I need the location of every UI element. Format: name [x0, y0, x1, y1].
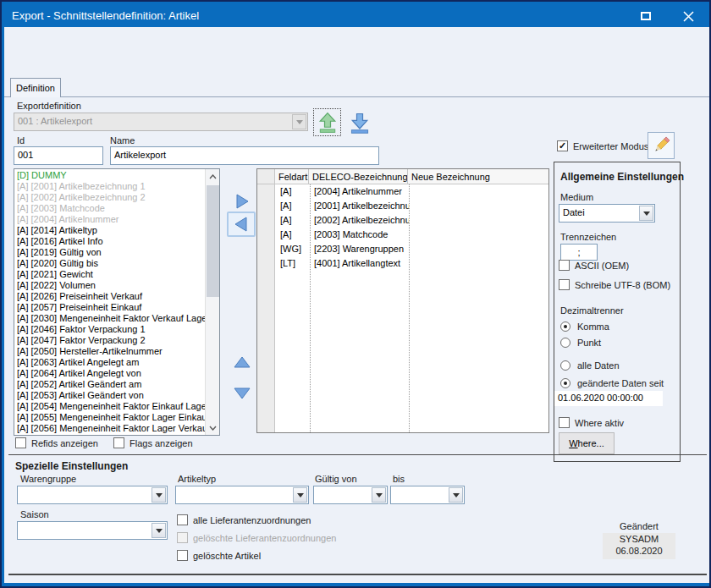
list-item[interactable]: [A] [2020] Gültig bis: [14, 258, 205, 269]
utf8-bom-checkbox[interactable]: [559, 279, 570, 290]
move-down-button[interactable]: [232, 387, 252, 400]
geloeschte-artikel-checkbox[interactable]: [177, 550, 188, 561]
arrow-right-icon: [234, 194, 250, 209]
bis-combo[interactable]: [390, 486, 465, 504]
gueltig-von-dropdown-button[interactable]: [372, 487, 386, 503]
saison-combo[interactable]: [17, 521, 168, 540]
move-left-button[interactable]: [227, 212, 256, 237]
move-right-button[interactable]: [232, 193, 252, 210]
alle-lieferanten-checkbox[interactable]: [177, 514, 188, 525]
list-item[interactable]: [A] [2014] Artikeltyp: [14, 225, 205, 236]
table-row[interactable]: [WG] [2203] Warengruppen: [276, 242, 548, 256]
warengruppe-dropdown-button[interactable]: [152, 487, 166, 503]
cell-feldart: [A]: [276, 213, 310, 228]
field-listbox[interactable]: [D] DUMMY [A] [2001] Artikelbezeichnung …: [14, 168, 220, 436]
column-feldart[interactable]: Feldart: [275, 169, 309, 184]
geaenderte-daten-radio[interactable]: [560, 378, 570, 388]
column-deleco-bezeichnung[interactable]: DELECO-Bezeichnung: [309, 169, 408, 184]
move-up-button[interactable]: [232, 355, 252, 369]
list-item[interactable]: [D] DUMMY: [14, 170, 205, 181]
list-item[interactable]: [A] [2063] Artikel Angelegt am: [14, 357, 205, 368]
maximize-button[interactable]: [630, 5, 662, 27]
list-item[interactable]: [A] [2019] Gültig von: [14, 247, 205, 258]
gueltig-von-combo[interactable]: [313, 486, 388, 504]
where-button[interactable]: Where...: [559, 432, 615, 454]
medium-dropdown-button[interactable]: [639, 206, 653, 221]
scroll-up-icon[interactable]: [206, 169, 220, 184]
table-row[interactable]: [A] [2004] Artikelnummer: [276, 184, 548, 199]
where-button-rest: here...: [578, 438, 604, 448]
cell-feldart: [LT]: [276, 256, 310, 271]
refids-anzeigen-checkbox[interactable]: [15, 437, 26, 448]
upload-definition-button[interactable]: [313, 108, 341, 136]
exportdefinition-label: Exportdefinition: [17, 101, 81, 111]
list-item[interactable]: [A] [2001] Artikelbezeichnung 1: [14, 181, 205, 192]
punkt-label: Punkt: [577, 338, 601, 348]
where-button-prefix: W: [569, 438, 577, 448]
list-item[interactable]: [A] [2055] Mengeneinheit Faktor Lager Ei…: [14, 412, 205, 423]
punkt-radio[interactable]: [560, 338, 570, 348]
ascii-oem-checkbox[interactable]: [559, 260, 570, 271]
column-neue-bezeichnung[interactable]: Neue Bezeichnung: [408, 169, 548, 184]
list-item[interactable]: [A] [2047] Faktor Verpackung 2: [14, 335, 205, 346]
modified-user: SYSADM: [603, 533, 675, 545]
trennzeichen-input[interactable]: ;: [560, 244, 598, 261]
table-body: [A] [2004] Artikelnummer [A] [2001] Arti…: [276, 184, 548, 432]
komma-radio[interactable]: [560, 321, 570, 332]
edit-definition-button[interactable]: [648, 132, 675, 159]
where-aktiv-checkbox[interactable]: [559, 417, 570, 428]
selected-fields-table[interactable]: Feldart DELECO-Bezeichnung Neue Bezeichn…: [256, 168, 549, 433]
warengruppe-combo[interactable]: [17, 486, 168, 504]
where-aktiv-label: Where aktiv: [575, 418, 624, 428]
list-item[interactable]: [A] [2053] Artikel Geändert von: [14, 390, 205, 401]
titlebar[interactable]: Export - Schnittstellendefinition: Artik…: [3, 3, 708, 27]
list-item[interactable]: [A] [2004] Artikelnummer: [14, 214, 205, 225]
list-item[interactable]: [A] [2002] Artikelbezeichnung 2: [14, 192, 205, 203]
list-item[interactable]: [A] [2003] Matchcode: [14, 203, 205, 214]
id-input[interactable]: 001: [14, 146, 103, 165]
artikeltyp-combo[interactable]: [175, 486, 309, 504]
list-item[interactable]: [A] [2022] Volumen: [14, 280, 205, 291]
list-item[interactable]: [A] [2030] Mengeneinheit Faktor Verkauf …: [14, 313, 205, 324]
list-item[interactable]: [A] [2056] Mengeneinheit Faktor Lager Ve…: [14, 423, 205, 434]
list-item[interactable]: [A] [2021] Gewicht: [14, 269, 205, 280]
seit-date-input[interactable]: 01.06.2020 00:00:00: [554, 391, 663, 406]
erweiterter-modus-checkbox[interactable]: [557, 140, 568, 151]
scroll-down-icon[interactable]: [206, 420, 220, 435]
tab-definition[interactable]: Definition: [10, 78, 61, 97]
list-item[interactable]: [A] [2054] Mengeneinheit Faktor Einkauf …: [14, 401, 205, 412]
list-item[interactable]: [A] [2064] Artikel Angelegt von: [14, 368, 205, 379]
list-item[interactable]: [A] [2046] Faktor Verpackung 1: [14, 324, 205, 335]
list-item[interactable]: [WG] [2203] Warengruppen-ID: [14, 434, 205, 435]
medium-label: Medium: [560, 192, 593, 202]
list-item[interactable]: [A] [2050] Hersteller-Artikelnummer: [14, 346, 205, 357]
list-item[interactable]: [A] [2016] Artikel Info: [14, 236, 205, 247]
row-header-strip: [257, 184, 275, 432]
scrollbar-thumb[interactable]: [207, 185, 219, 297]
close-button[interactable]: [672, 5, 704, 27]
download-definition-button[interactable]: [345, 108, 373, 136]
refids-anzeigen-label: Refids anzeigen: [31, 438, 98, 448]
cell-neue-bezeichnung: [409, 228, 548, 242]
table-row[interactable]: [LT] [4001] Artikellangtext: [276, 256, 548, 271]
table-row[interactable]: [A] [2001] Artikelbezeichnu: [276, 199, 548, 213]
cell-deleco: [2203] Warengruppen: [310, 242, 409, 256]
list-item[interactable]: [A] [2057] Preiseinheit Einkauf: [14, 302, 205, 313]
list-scrollbar[interactable]: [205, 169, 219, 435]
geloeschte-lieferanten-label: gelöschte Lieferantenzuordnungen: [193, 533, 336, 543]
list-item[interactable]: [A] [2026] Preiseinheit Verkauf: [14, 291, 205, 302]
artikeltyp-dropdown-button[interactable]: [293, 487, 307, 503]
list-item[interactable]: [A] [2052] Artikel Geändert am: [14, 379, 205, 390]
arrow-up-icon: [234, 356, 251, 368]
medium-combo[interactable]: Datei: [559, 204, 655, 223]
table-header: Feldart DELECO-Bezeichnung Neue Bezeichn…: [257, 169, 548, 184]
saison-dropdown-button[interactable]: [152, 523, 166, 538]
arrow-down-icon: [234, 387, 251, 399]
flags-anzeigen-checkbox[interactable]: [113, 437, 124, 448]
name-input[interactable]: Artikelexport: [110, 146, 379, 165]
alle-daten-radio[interactable]: [560, 360, 570, 371]
chevron-down-icon: [453, 493, 460, 497]
table-row[interactable]: [A] [2003] Matchcode: [276, 228, 548, 242]
table-row[interactable]: [A] [2002] Artikelbezeichnu: [276, 213, 548, 228]
bis-dropdown-button[interactable]: [449, 487, 463, 503]
